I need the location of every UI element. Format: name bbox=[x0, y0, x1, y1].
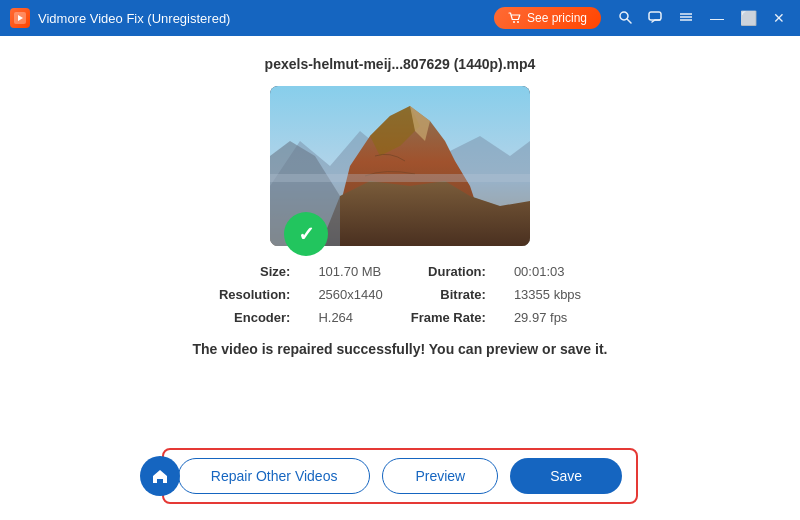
framerate-value: 29.97 fps bbox=[514, 310, 581, 325]
success-message: The video is repaired successfully! You … bbox=[193, 341, 608, 357]
window-controls: — ⬜ ✕ bbox=[613, 8, 790, 29]
repair-other-videos-button[interactable]: Repair Other Videos bbox=[178, 458, 371, 494]
title-bar: Vidmore Video Fix (Unregistered) See pri… bbox=[0, 0, 800, 36]
duration-label: Duration: bbox=[411, 264, 486, 279]
svg-line-5 bbox=[627, 19, 631, 23]
menu-icon-btn[interactable] bbox=[673, 8, 699, 29]
home-button[interactable] bbox=[140, 456, 180, 496]
resolution-value: 2560x1440 bbox=[318, 287, 382, 302]
search-icon-btn[interactable] bbox=[613, 8, 637, 29]
cart-icon bbox=[508, 11, 522, 25]
save-button[interactable]: Save bbox=[510, 458, 622, 494]
svg-rect-6 bbox=[649, 12, 661, 20]
bitrate-label: Bitrate: bbox=[411, 287, 486, 302]
minimize-button[interactable]: — bbox=[705, 8, 729, 28]
action-buttons-group: Repair Other Videos Preview Save bbox=[162, 448, 638, 504]
encoder-label: Encoder: bbox=[219, 310, 291, 325]
framerate-label: Frame Rate: bbox=[411, 310, 486, 325]
app-title: Vidmore Video Fix (Unregistered) bbox=[38, 11, 494, 26]
app-logo bbox=[10, 8, 30, 28]
maximize-button[interactable]: ⬜ bbox=[735, 8, 762, 28]
see-pricing-button[interactable]: See pricing bbox=[494, 7, 601, 29]
size-label: Size: bbox=[219, 264, 291, 279]
svg-rect-17 bbox=[270, 174, 530, 182]
close-button[interactable]: ✕ bbox=[768, 8, 790, 28]
main-content: pexels-helmut-meij...807629 (1440p).mp4 bbox=[0, 36, 800, 438]
bitrate-value: 13355 kbps bbox=[514, 287, 581, 302]
svg-point-2 bbox=[513, 21, 515, 23]
video-filename: pexels-helmut-meij...807629 (1440p).mp4 bbox=[265, 56, 536, 72]
success-badge: ✓ bbox=[284, 212, 328, 256]
duration-value: 00:01:03 bbox=[514, 264, 581, 279]
home-icon bbox=[151, 467, 169, 485]
resolution-label: Resolution: bbox=[219, 287, 291, 302]
preview-button[interactable]: Preview bbox=[382, 458, 498, 494]
bottom-bar: Repair Other Videos Preview Save bbox=[0, 438, 800, 520]
chat-icon-btn[interactable] bbox=[643, 8, 667, 29]
encoder-value: H.264 bbox=[318, 310, 382, 325]
video-preview-container: ✓ bbox=[270, 86, 530, 246]
size-value: 101.70 MB bbox=[318, 264, 382, 279]
video-info-grid: Size: 101.70 MB Duration: 00:01:03 Resol… bbox=[219, 264, 581, 325]
svg-point-3 bbox=[517, 21, 519, 23]
